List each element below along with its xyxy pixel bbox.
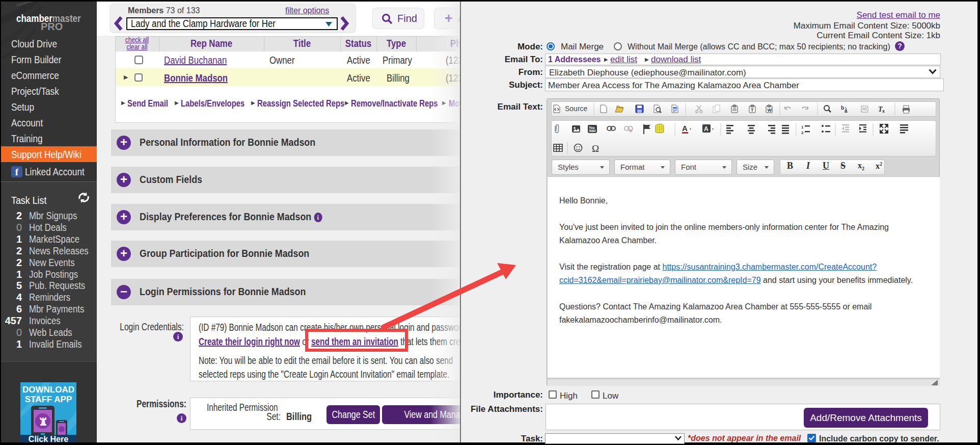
svg-text:STAFF APP: STAFF APP xyxy=(25,395,72,404)
svg-text:Tube: Tube xyxy=(589,129,595,133)
svg-text:A: A xyxy=(682,124,688,133)
svg-text:A: A xyxy=(704,125,709,133)
svg-text:Click Here: Click Here xyxy=(29,435,68,442)
svg-text:b: b xyxy=(841,105,844,111)
svg-text:W: W xyxy=(768,108,772,113)
svg-text:2: 2 xyxy=(801,130,804,135)
svg-text:Ω: Ω xyxy=(592,143,599,154)
svg-text:1: 1 xyxy=(801,125,804,129)
svg-text:You: You xyxy=(589,126,595,129)
svg-text:T: T xyxy=(751,108,754,113)
svg-text:x: x xyxy=(882,109,885,114)
svg-text:DOWNLOAD: DOWNLOAD xyxy=(22,385,74,395)
